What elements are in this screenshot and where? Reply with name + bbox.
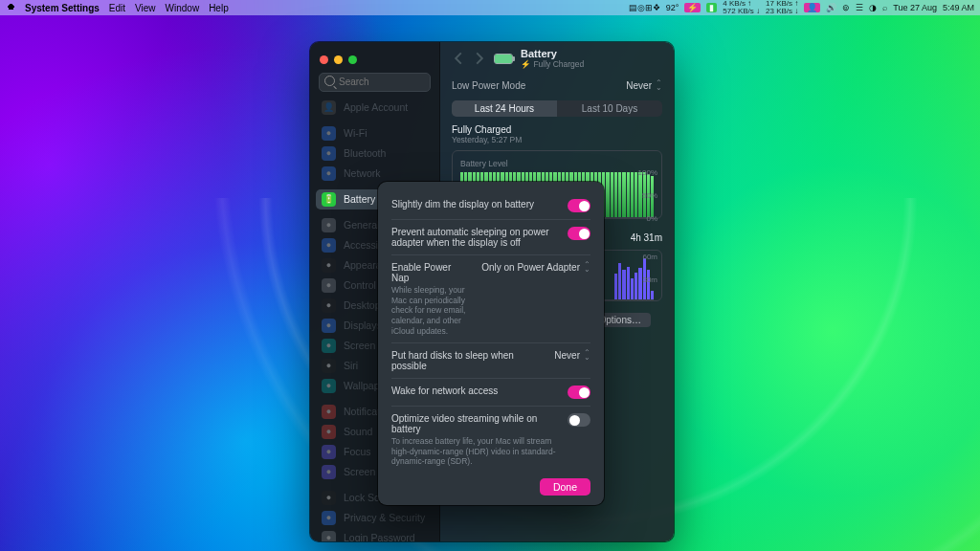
window-controls xyxy=(316,48,434,68)
control-center-icon[interactable]: ☰ xyxy=(856,3,863,12)
zoom-button[interactable] xyxy=(348,55,357,64)
ytick: 50% xyxy=(642,191,657,200)
volume-icon[interactable]: 🔊 xyxy=(826,3,836,12)
battery-level-chart-label: Battery Level xyxy=(460,159,654,168)
hdr-streaming-toggle[interactable] xyxy=(568,413,590,427)
sidebar-icon: ● xyxy=(322,445,336,459)
sidebar-icon: ● xyxy=(322,465,336,479)
sidebar-item-label: Bluetooth xyxy=(344,147,386,159)
power-nap-select[interactable]: Only on Power Adapter⌃⌄ xyxy=(481,262,590,273)
ytick: 30m xyxy=(642,276,657,284)
sidebar-item-label: General xyxy=(344,219,379,231)
low-power-mode-label: Low Power Mode xyxy=(452,80,525,91)
power-nap-label: Enable Power Nap xyxy=(391,262,470,283)
battery-options-sheet: Slightly dim the display on battery Prev… xyxy=(378,182,604,505)
nav-forward-icon[interactable] xyxy=(473,52,486,65)
timeframe-segment: Last 24 Hours Last 10 Days xyxy=(452,100,662,117)
sidebar-icon: ● xyxy=(322,218,336,232)
tab-last-10-days[interactable]: Last 10 Days xyxy=(557,100,662,117)
hdd-sleep-select[interactable]: Never⌃⌄ xyxy=(554,350,590,361)
dim-display-label: Slightly dim the display on battery xyxy=(391,199,534,209)
sidebar-icon: ● xyxy=(322,339,336,353)
sidebar-search xyxy=(319,72,431,92)
sidebar-item-label: Login Password xyxy=(344,532,415,541)
menu-view[interactable]: View xyxy=(135,3,156,13)
temperature-indicator[interactable]: 92° xyxy=(666,3,679,12)
battery-menuextra-icon[interactable]: ⚡ xyxy=(684,3,701,12)
page-subtitle: ⚡ Fully Charged xyxy=(521,59,584,69)
wake-network-label: Wake for network access xyxy=(391,386,498,396)
sidebar-item-bluetooth[interactable]: ●Bluetooth xyxy=(316,143,434,164)
screen-on-total: 4h 31m xyxy=(631,232,662,243)
sidebar-icon: ● xyxy=(322,258,336,273)
sidebar-icon: ● xyxy=(322,298,336,313)
tab-last-24-hours[interactable]: Last 24 Hours xyxy=(452,100,557,117)
menubar-right: ▤◎⊞❖ 92° ⚡ ▮ 4 KB/s ↑572 KB/s ↓ 17 KB/s … xyxy=(629,0,974,15)
ytick: 0% xyxy=(646,214,657,223)
sidebar-icon: ● xyxy=(322,359,336,373)
sidebar-icon: ● xyxy=(322,425,336,439)
istat-cluster-icon[interactable]: ▤◎⊞❖ xyxy=(629,3,660,12)
spotlight-icon[interactable]: ⌕ xyxy=(882,3,887,12)
charge-status-title: Fully Charged xyxy=(452,124,662,135)
sidebar-icon: ● xyxy=(322,166,336,181)
charge-status-sub: Yesterday, 5:27 PM xyxy=(452,135,662,144)
sidebar-item-account[interactable]: 👤Apple Account xyxy=(316,98,434,118)
ytick: 60m xyxy=(642,253,657,261)
battery-header-icon xyxy=(494,54,513,64)
menu-help[interactable]: Help xyxy=(209,3,229,13)
sidebar-item-label: Privacy & Security xyxy=(344,512,425,523)
sidebar-icon: ● xyxy=(322,319,336,333)
activity-menuextra-icon[interactable]: ▮ xyxy=(706,3,717,12)
nav-back-icon[interactable] xyxy=(452,52,465,65)
siri-icon[interactable]: ◑ xyxy=(869,3,877,12)
sidebar-icon: ● xyxy=(322,379,336,393)
clock-date[interactable]: Tue 27 Aug xyxy=(893,3,937,12)
app-menu[interactable]: System Settings xyxy=(25,3,100,13)
wake-network-toggle[interactable] xyxy=(568,386,590,399)
sidebar-icon: ● xyxy=(322,278,336,293)
sidebar-item-privacy-security[interactable]: ●Privacy & Security xyxy=(316,508,434,528)
done-button[interactable]: Done xyxy=(540,478,590,496)
menu-edit[interactable]: Edit xyxy=(109,3,125,13)
prevent-sleep-toggle[interactable] xyxy=(568,227,590,240)
prevent-sleep-label: Prevent automatic sleeping on power adap… xyxy=(391,227,556,248)
sidebar-item-network[interactable]: ●Network xyxy=(316,164,434,184)
sidebar-icon: ● xyxy=(322,146,336,161)
sidebar-item-label: Siri xyxy=(344,360,358,371)
hdd-sleep-label: Put hard disks to sleep when possible xyxy=(391,350,543,371)
net-stats-1[interactable]: 4 KB/s ↑572 KB/s ↓ xyxy=(723,0,760,15)
minimize-button[interactable] xyxy=(334,55,343,64)
sidebar-item-login-password[interactable]: ●Login Password xyxy=(316,528,434,542)
apple-menu-icon[interactable] xyxy=(6,3,16,13)
wifi-icon[interactable]: ⊚ xyxy=(842,3,850,12)
sidebar-item-label: Focus xyxy=(344,446,371,457)
sidebar-item-label: Sound xyxy=(344,426,372,437)
sidebar-item-wi-fi[interactable]: ●Wi-Fi xyxy=(316,123,434,143)
sidebar-icon: ● xyxy=(322,511,336,525)
sidebar-icon: ● xyxy=(322,491,336,505)
menu-window[interactable]: Window xyxy=(166,3,200,13)
sidebar-item-label: Displays xyxy=(344,320,382,331)
sidebar-icon: ● xyxy=(322,126,336,141)
menubar: System Settings Edit View Window Help ▤◎… xyxy=(0,0,980,15)
net-stats-2[interactable]: 17 KB/s ↑23 KB/s ↓ xyxy=(766,0,798,15)
sidebar-icon: ● xyxy=(322,405,336,419)
hdr-streaming-sub: To increase battery life, your Mac will … xyxy=(391,436,556,467)
low-power-mode-select[interactable]: Never⌃⌄ xyxy=(626,80,662,91)
ytick: 100% xyxy=(638,168,657,177)
sidebar-icon: ● xyxy=(322,531,336,542)
power-nap-sub: While sleeping, your Mac can periodicall… xyxy=(391,285,470,336)
hdr-streaming-label: Optimize video streaming while on batter… xyxy=(391,413,556,434)
dim-display-toggle[interactable] xyxy=(568,199,590,212)
recording-indicator-icon[interactable]: 👤 xyxy=(804,3,820,12)
sidebar-item-label: Network xyxy=(344,167,381,179)
clock-time[interactable]: 5:49 AM xyxy=(943,3,974,12)
sidebar-icon: ● xyxy=(322,238,336,253)
sidebar-item-label: Wi-Fi xyxy=(344,127,368,139)
search-icon xyxy=(324,76,335,86)
close-button[interactable] xyxy=(320,55,328,64)
page-title: Battery xyxy=(521,48,584,59)
